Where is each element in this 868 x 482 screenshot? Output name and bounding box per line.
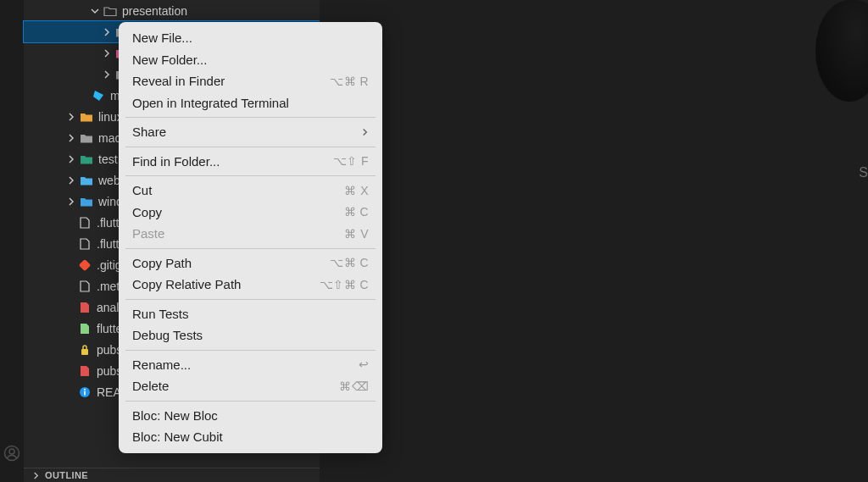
menu-label: New File...: [132, 30, 192, 45]
chevron-right-icon: [102, 27, 112, 37]
menu-open-terminal[interactable]: Open in Integrated Terminal: [119, 92, 382, 114]
info-icon: [78, 385, 92, 399]
menu-rename[interactable]: Rename...↩: [119, 354, 382, 376]
menu-shortcut: ⌘ V: [344, 227, 369, 241]
chevron-right-icon: [102, 69, 112, 80]
menu-separator: [125, 117, 376, 118]
folder-label: test: [98, 152, 118, 166]
menu-shortcut: ⌥⇧ F: [333, 154, 369, 168]
chevron-right-icon: [66, 154, 76, 164]
git-icon: [78, 258, 92, 272]
chevron-right-icon: [32, 472, 40, 479]
activity-bar: [0, 0, 24, 482]
menu-cut[interactable]: Cut⌘ X: [119, 180, 382, 202]
menu-label: Bloc: New Bloc: [132, 408, 218, 423]
menu-label: Copy: [132, 205, 162, 219]
svg-rect-5: [84, 391, 86, 395]
menu-new-file[interactable]: New File...: [119, 27, 382, 49]
svg-point-6: [84, 388, 86, 390]
outline-section[interactable]: OUTLINE: [24, 468, 320, 482]
menu-label: Copy Relative Path: [132, 277, 241, 291]
svg-point-1: [9, 449, 14, 454]
menu-shortcut: ↩: [359, 357, 370, 371]
context-menu: New File... New Folder... Reveal in Find…: [119, 22, 382, 453]
menu-separator: [125, 350, 376, 351]
folder-label: web: [98, 174, 120, 187]
menu-shortcut: ⌘ X: [344, 184, 369, 197]
menu-copy[interactable]: Copy⌘ C: [119, 202, 382, 224]
svg-point-0: [5, 446, 19, 461]
folder-icon: [80, 195, 93, 208]
chevron-right-icon: [66, 175, 76, 186]
menu-label: Find in Folder...: [132, 154, 220, 169]
outline-label: OUTLINE: [45, 470, 88, 480]
folder-open-icon: [103, 4, 117, 18]
menu-separator: [125, 401, 376, 402]
yaml-file-icon: [78, 322, 92, 335]
folder-icon: [80, 152, 93, 166]
menu-label: Share: [132, 125, 166, 139]
yaml-file-icon: [78, 301, 92, 314]
folder-presentation[interactable]: presentation: [24, 0, 320, 21]
menu-label: Reveal in Finder: [132, 74, 225, 88]
editor-area: S: [320, 0, 868, 482]
menu-label: Rename...: [132, 357, 191, 372]
menu-paste: Paste⌘ V: [119, 223, 382, 245]
folder-icon: [80, 131, 93, 145]
menu-separator: [125, 175, 376, 176]
menu-label: Debug Tests: [132, 328, 203, 342]
menu-label: Delete: [132, 379, 169, 393]
menu-label: Open in Integrated Terminal: [132, 96, 289, 110]
chevron-right-icon: [102, 48, 112, 58]
menu-label: Cut: [132, 183, 152, 197]
menu-separator: [125, 299, 376, 300]
menu-label: Bloc: New Cubit: [132, 429, 223, 444]
chevron-right-icon: [361, 127, 369, 137]
menu-share[interactable]: Share: [119, 121, 382, 143]
decorative-letter: S: [859, 165, 868, 180]
menu-delete[interactable]: Delete⌘⌫: [119, 375, 382, 397]
menu-label: Copy Path: [132, 256, 192, 270]
menu-label: Run Tests: [132, 307, 188, 321]
lock-icon: [78, 343, 92, 357]
menu-bloc-new-cubit[interactable]: Bloc: New Cubit: [119, 426, 382, 448]
dart-file-icon: [92, 89, 105, 102]
menu-shortcut: ⌥⌘ C: [330, 256, 369, 269]
chevron-down-icon: [90, 6, 100, 16]
menu-shortcut: ⌥⇧⌘ C: [320, 278, 370, 291]
menu-reveal-finder[interactable]: Reveal in Finder⌥⌘ R: [119, 70, 382, 92]
menu-label: Paste: [132, 226, 164, 241]
chevron-right-icon: [66, 197, 76, 207]
svg-rect-3: [81, 349, 88, 355]
text-file-icon: [78, 216, 92, 230]
folder-icon: [80, 174, 93, 187]
yaml-file-icon: [78, 364, 92, 378]
accounts-icon[interactable]: [3, 445, 20, 462]
folder-icon: [80, 110, 93, 124]
text-file-icon: [78, 280, 92, 293]
menu-separator: [125, 248, 376, 249]
svg-rect-2: [79, 259, 91, 271]
menu-bloc-new-bloc[interactable]: Bloc: New Bloc: [119, 405, 382, 427]
menu-copy-path[interactable]: Copy Path⌥⌘ C: [119, 252, 382, 274]
chevron-right-icon: [66, 133, 76, 143]
menu-shortcut: ⌘ C: [344, 205, 370, 219]
menu-debug-tests[interactable]: Debug Tests: [119, 324, 382, 346]
menu-label: New Folder...: [132, 53, 207, 67]
chevron-right-icon: [66, 112, 76, 122]
menu-separator: [125, 147, 376, 147]
menu-shortcut: ⌘⌫: [339, 380, 369, 393]
menu-copy-relative-path[interactable]: Copy Relative Path⌥⇧⌘ C: [119, 274, 382, 296]
menu-new-folder[interactable]: New Folder...: [119, 49, 382, 71]
decorative-blob: [815, 0, 868, 102]
text-file-icon: [78, 237, 92, 251]
menu-run-tests[interactable]: Run Tests: [119, 303, 382, 325]
menu-find-in-folder[interactable]: Find in Folder...⌥⇧ F: [119, 151, 382, 173]
folder-label: presentation: [122, 4, 187, 18]
menu-shortcut: ⌥⌘ R: [330, 75, 369, 88]
